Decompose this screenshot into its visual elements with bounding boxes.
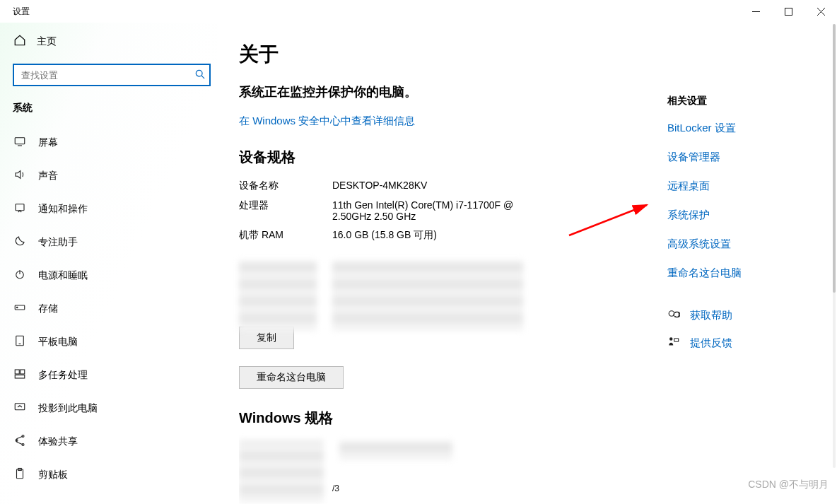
svg-rect-6: [15, 138, 25, 144]
svg-rect-17: [15, 375, 25, 379]
multitask-icon: [13, 368, 27, 382]
svg-point-25: [674, 312, 679, 317]
redacted-block: [332, 260, 523, 331]
svg-rect-15: [15, 370, 19, 374]
redacted-block: [339, 440, 452, 460]
sidebar-item-focus-assist[interactable]: 专注助手: [0, 225, 219, 259]
sidebar-item-clipboard[interactable]: 剪贴板: [0, 458, 219, 491]
storage-icon: [13, 301, 27, 316]
clipboard-icon: [13, 467, 27, 482]
spec-label-device-name: 设备名称: [239, 180, 332, 192]
notifications-icon: [13, 201, 27, 216]
home-label: 主页: [37, 35, 57, 48]
window-title: 设置: [13, 6, 30, 18]
sidebar-item-label: 多任务处理: [38, 369, 88, 382]
sidebar-item-label: 存储: [38, 303, 58, 315]
share-icon: [13, 434, 27, 449]
sound-icon: [13, 168, 27, 183]
vertical-scrollbar[interactable]: [833, 24, 836, 468]
title-bar: 设置: [0, 0, 837, 23]
minimize-button[interactable]: [739, 0, 772, 23]
sidebar-item-label: 剪贴板: [38, 469, 68, 481]
redacted-block: [239, 260, 317, 331]
redacted-block: [239, 440, 324, 503]
sidebar-item-shared-experiences[interactable]: 体验共享: [0, 425, 219, 458]
sidebar-item-label: 屏幕: [38, 136, 58, 149]
windows-spec-heading: Windows 规格: [239, 409, 837, 428]
help-label: 获取帮助: [690, 309, 732, 322]
link-advanced-system-settings[interactable]: 高级系统设置: [667, 238, 802, 251]
svg-rect-8: [16, 204, 24, 211]
sidebar-item-label: 声音: [38, 170, 58, 182]
sidebar-item-display[interactable]: 屏幕: [0, 126, 219, 159]
sidebar-item-projecting[interactable]: 投影到此电脑: [0, 392, 219, 425]
svg-rect-27: [674, 339, 679, 342]
home-link[interactable]: 主页: [0, 28, 219, 55]
tablet-icon: [13, 334, 27, 349]
help-icon: [667, 308, 681, 323]
search-input[interactable]: [13, 64, 211, 86]
sidebar-item-label: 通知和操作: [38, 203, 88, 216]
sidebar-item-label: 体验共享: [38, 435, 78, 448]
link-rename-pc[interactable]: 重命名这台电脑: [667, 266, 802, 280]
project-icon: [13, 401, 27, 416]
related-settings-heading: 相关设置: [667, 95, 802, 107]
sidebar-item-tablet[interactable]: 平板电脑: [0, 325, 219, 358]
sidebar-item-multitasking[interactable]: 多任务处理: [0, 358, 219, 392]
spec-value-ram: 16.0 GB (15.8 GB 可用): [332, 229, 437, 242]
sidebar-item-notifications[interactable]: 通知和操作: [0, 192, 219, 225]
sidebar-item-sound[interactable]: 声音: [0, 159, 219, 192]
svg-rect-16: [21, 370, 25, 374]
sidebar-item-label: 电源和睡眠: [38, 269, 88, 282]
sidebar-item-storage[interactable]: 存储: [0, 292, 219, 325]
rename-pc-button[interactable]: 重命名这台电脑: [239, 366, 344, 389]
display-icon: [13, 135, 27, 150]
power-icon: [13, 268, 27, 283]
scrollbar-thumb[interactable]: [833, 24, 836, 293]
spec-value-processor: 11th Gen Intel(R) Core(TM) i7-11700F @ 2…: [332, 199, 544, 222]
help-link[interactable]: 获取帮助: [667, 308, 802, 323]
svg-rect-18: [15, 404, 25, 410]
svg-point-12: [17, 307, 18, 308]
moon-icon: [13, 235, 27, 250]
sidebar-item-label: 专注助手: [38, 236, 78, 249]
link-bitlocker[interactable]: BitLocker 设置: [667, 122, 802, 135]
link-system-protection[interactable]: 系统保护: [667, 209, 802, 222]
link-remote-desktop[interactable]: 远程桌面: [667, 180, 802, 193]
spec-value-device-name: DESKTOP-4MK28KV: [332, 180, 427, 192]
feedback-label: 提供反馈: [690, 336, 732, 350]
home-icon: [13, 34, 27, 49]
page-title: 关于: [239, 41, 837, 68]
sidebar-item-label: 投影到此电脑: [38, 402, 98, 415]
svg-rect-1: [785, 8, 792, 15]
related-settings-pane: 相关设置 BitLocker 设置 设备管理器 远程桌面 系统保护 高级系统设置…: [667, 95, 802, 363]
sidebar-group-title: 系统: [0, 102, 219, 115]
spec-label-ram: 机带 RAM: [239, 229, 332, 242]
sidebar-item-power[interactable]: 电源和睡眠: [0, 259, 219, 292]
sidebar-item-label: 平板电脑: [38, 336, 78, 348]
feedback-link[interactable]: 提供反馈: [667, 336, 802, 351]
windows-spec-frag: /3: [332, 484, 452, 493]
watermark: CSDN @不与明月: [748, 479, 829, 491]
spec-label-processor: 处理器: [239, 199, 332, 222]
sidebar: 主页 系统 屏幕 声音 通知和操作 专注助手 电源和睡眠: [0, 23, 219, 504]
link-device-manager[interactable]: 设备管理器: [667, 151, 802, 164]
maximize-button[interactable]: [772, 0, 804, 23]
feedback-icon: [667, 336, 681, 351]
svg-point-26: [669, 337, 673, 341]
close-button[interactable]: [804, 0, 837, 23]
